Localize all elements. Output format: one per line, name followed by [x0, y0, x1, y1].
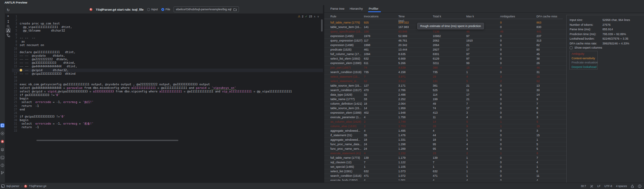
antlr-plugin-icon[interactable]: A	[0, 139, 5, 144]
expert-columns-checkbox[interactable]: Show expert columns	[570, 46, 602, 49]
stop-icon[interactable]: ■	[6, 14, 11, 18]
table-cell: column_alias (1630)	[330, 124, 356, 128]
table-cell: 313	[536, 38, 541, 43]
table-cell: 611	[364, 61, 368, 65]
table-row[interactable]: execute_parameter (1...41.75811403	[324, 115, 566, 120]
file-encoding[interactable]: UTF-8	[604, 184, 612, 188]
table-row[interactable]: expression (1495)197852.99910982970237	[324, 34, 566, 39]
breadcrumb-project[interactable]: tsql-parser	[6, 184, 19, 188]
stat-row: Input size:52958 char, 964 lines	[567, 18, 644, 22]
table-row[interactable]: full_column_name (17...10948.63583019704…	[324, 52, 566, 57]
col-dfa-cache-miss[interactable]: DFA cache miss	[536, 14, 557, 19]
code-token: = -1,	[51, 122, 63, 125]
profiler-mode-icon[interactable]	[6, 28, 11, 33]
table-cell: table_name (1777)	[330, 97, 355, 101]
table-cell: 2	[500, 79, 502, 83]
table-row[interactable]: column_alias (1630)21.703289115	[324, 124, 566, 129]
stat-row: Parse time (ms):855.914	[567, 27, 644, 32]
table-row[interactable]: column_definition (1421)182.06449707	[324, 101, 566, 106]
table-cell: 4	[364, 151, 365, 156]
line-ending[interactable]: LF	[597, 184, 601, 188]
project-window-icon[interactable]	[1, 184, 5, 188]
table-cell: 3	[536, 115, 538, 119]
table-row[interactable]: expression_elem (1590)6115.266321199026	[324, 61, 566, 66]
tab-hierarchy[interactable]: Hierarchy	[350, 5, 363, 12]
col-total-k[interactable]: Total k	[433, 14, 441, 19]
line-number: 17	[12, 72, 17, 76]
table-row[interactable]: if_statement (31)351.476441015	[324, 133, 566, 138]
code-editor[interactable]: 1234567891011121314151617181920212223242…	[12, 14, 323, 142]
table-row[interactable]: predicate (1525)46113.444292717080	[324, 47, 566, 52]
col-ambiguities[interactable]: Ambiguities	[500, 14, 515, 19]
table-row[interactable]: set_special (1485)11.1051101	[324, 165, 566, 169]
chevron-down-icon[interactable]: ∨	[317, 15, 319, 18]
indent-setting[interactable]: 4 spaces	[616, 184, 627, 188]
code-token: = @a1111111111111 and	[182, 90, 222, 93]
col-max-k[interactable]: Max k	[466, 14, 474, 19]
table-row[interactable]: table_name (1777)332.2521992109	[324, 97, 566, 102]
table-row[interactable]: select_list_elem (1592)6326.669612997038	[324, 56, 566, 61]
notifications-icon[interactable]	[638, 184, 641, 188]
line-number: 27	[12, 108, 17, 111]
input-radio[interactable]: Input	[147, 8, 158, 11]
file-radio[interactable]: File	[161, 8, 170, 11]
table-cell: 14	[536, 92, 540, 97]
table-row[interactable]: search_condition (1517)4702.78652511030	[324, 88, 566, 93]
table-row[interactable]: data_type (1829)322.48811417014	[324, 92, 566, 97]
table-row[interactable]: expression (1498)199820.342206421082	[324, 43, 566, 48]
table-row[interactable]: expression_elem (1589)4021.948413308	[324, 110, 566, 115]
inspections-widget[interactable]: ⚠ 2 ✓ 23 ∧ ∨	[298, 15, 319, 18]
folder-icon[interactable]	[233, 8, 237, 11]
table-row[interactable]: execute_body (1804)41.0014404	[324, 178, 566, 181]
table-row[interactable]: as_column_alias (1628)21.74814515	[324, 119, 566, 124]
table-cell: join_part (1557)	[330, 65, 351, 70]
structure-icon[interactable]	[6, 33, 11, 38]
table-row[interactable]: aggregate_windowed...41.4954103	[324, 128, 566, 133]
table-cell: 1	[466, 165, 468, 169]
col-invocations[interactable]: Invocations	[364, 14, 379, 19]
table-row[interactable]: select_statement (15...73.971294316	[324, 74, 566, 79]
code-token: errormsg	[63, 100, 77, 104]
breadcrumb-file[interactable]: TSqlParser.g4	[29, 184, 46, 188]
caret-position[interactable]: 30:7	[581, 184, 586, 188]
terminal-icon[interactable]	[0, 156, 5, 160]
table-row[interactable]: aggregate_windowed...181.33118101	[324, 137, 566, 142]
table-row[interactable]: table_source_item (15...141.959741708	[324, 106, 566, 111]
scroll-to-source-icon[interactable]: ↧	[6, 19, 11, 24]
table-row[interactable]: query_specification (15...15663.84671364…	[324, 29, 566, 34]
chevron-up-icon[interactable]: ∧	[314, 15, 316, 18]
table-row[interactable]: sql_clauses (12)71.1227104	[324, 160, 566, 165]
table-cell: 1	[536, 137, 538, 142]
table-row[interactable]: query_expression (1527)11748.76120621910…	[324, 38, 566, 43]
intention-bulb-icon[interactable]	[20, 69, 22, 71]
pencil-off-icon[interactable]	[590, 184, 593, 188]
file-path-field[interactable]: ebelice/Github/tsql-parser/examples/big.…	[174, 6, 239, 12]
antlr-preview-toolwindow-icon[interactable]	[0, 123, 5, 128]
table-row[interactable]: execute_statement (41)41.23223218	[324, 151, 566, 156]
layers-icon[interactable]	[0, 147, 5, 152]
table-row[interactable]: table_source_item (15...1273.17138121013	[324, 83, 566, 88]
table-cell: select_statement_st...	[330, 79, 359, 83]
horizontal-scrollbar[interactable]	[36, 140, 178, 141]
unlock-icon[interactable]	[631, 184, 634, 188]
tab-parse-tree[interactable]: Parse tree	[330, 5, 345, 12]
table-row[interactable]: join_part (1557)744.63939015446	[324, 65, 566, 70]
line-number: 18	[12, 76, 17, 79]
code-line: —— —— @a333333333333 dtkind,	[20, 61, 75, 65]
git-branch-icon[interactable]	[0, 171, 5, 175]
table-row[interactable]: search_condition (1516)4711.0724711011	[324, 174, 566, 178]
table-cell: 156	[364, 29, 369, 34]
problems-icon[interactable]	[0, 163, 5, 167]
table-row[interactable]: select_statement_st...623.5121315262	[324, 79, 566, 84]
table-row[interactable]: full_table_name (1773)1391.179139107	[324, 156, 566, 160]
table-row[interactable]: func_proc_name_data...241.29895405	[324, 142, 566, 147]
col-rule[interactable]: Rule	[330, 14, 336, 19]
table-row[interactable]: select_list (1581)6321.073632106	[324, 169, 566, 174]
run-icon[interactable]	[0, 131, 5, 136]
refresh-icon[interactable]: ↻	[6, 8, 11, 13]
table-row[interactable]: search_condition (1519)7354.1587351031	[324, 70, 566, 75]
table-cell: 1094	[364, 52, 370, 56]
stat-value: 795.039 = 92.89%	[602, 32, 626, 36]
vertical-scrollbar[interactable]	[321, 19, 323, 32]
table-row[interactable]: func_proc_name_serv...241.28995405	[324, 146, 566, 151]
